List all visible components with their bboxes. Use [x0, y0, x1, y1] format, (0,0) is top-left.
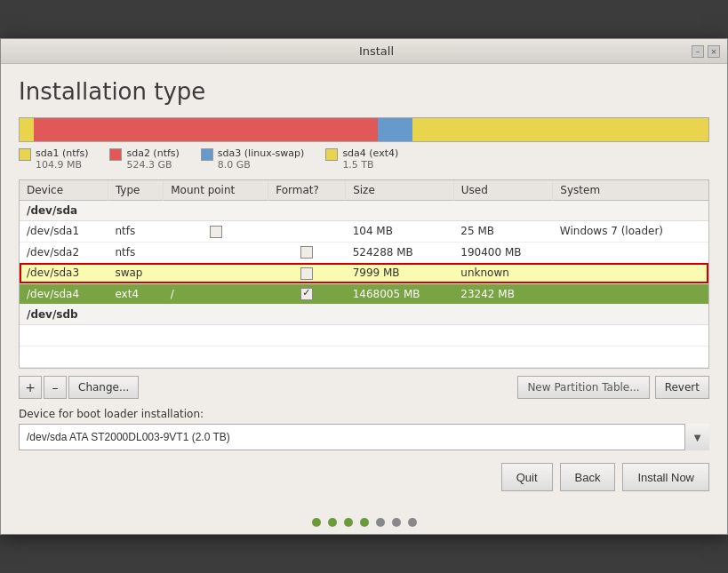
partition-bar	[19, 117, 709, 142]
col-header-device: Device	[20, 180, 108, 201]
partition-segment-sda4	[412, 118, 708, 141]
window-controls: – ×	[692, 45, 720, 58]
bottom-controls: + – Change... New Partition Table... Rev…	[19, 376, 709, 399]
dot-1	[312, 518, 321, 527]
col-header-used: Used	[453, 180, 553, 201]
legend-sda4: sda4 (ext4) 1.5 TB	[325, 147, 398, 171]
add-partition-button[interactable]: +	[19, 376, 42, 399]
dot-indicators	[1, 505, 727, 534]
minimize-button[interactable]: –	[692, 45, 704, 58]
main-window: Install – × Installation type sda1 (ntfs…	[0, 38, 728, 535]
titlebar: Install – ×	[1, 39, 727, 64]
legend-color-sda1	[19, 148, 31, 161]
partition-segment-sda2	[34, 118, 379, 141]
bootloader-select-wrapper: /dev/sda ATA ST2000DL003-9VT1 (2.0 TB) ▼	[19, 424, 709, 450]
col-header-mount: Mount point	[164, 180, 268, 201]
col-header-type: Type	[108, 180, 163, 201]
change-partition-button[interactable]: Change...	[68, 376, 139, 399]
partition-legend: sda1 (ntfs) 104.9 MB sda2 (ntfs) 524.3 G…	[19, 147, 709, 171]
window-title: Install	[61, 44, 692, 58]
table-row[interactable]: /dev/sda	[20, 201, 708, 221]
action-buttons: Quit Back Install Now	[19, 463, 709, 491]
col-header-system: System	[553, 180, 708, 201]
legend-color-sda2	[109, 148, 122, 161]
table-row[interactable]: /dev/sdb	[20, 305, 708, 325]
legend-color-sda3	[201, 148, 213, 161]
table-row[interactable]: /dev/sda2 ntfs 524288 MB 190400 MB	[20, 242, 708, 263]
format-checkbox-sda4[interactable]	[300, 288, 313, 300]
remove-partition-button[interactable]: –	[44, 376, 67, 399]
page-title: Installation type	[19, 78, 709, 105]
table-row[interactable]: /dev/sda1 ntfs 104 MB 25 MB Windows 7 (l…	[20, 221, 708, 243]
legend-color-sda4	[325, 148, 338, 161]
table-row-sda4[interactable]: /dev/sda4 ext4 / 1468005 MB 23242 MB	[20, 283, 708, 305]
col-header-format: Format?	[268, 180, 346, 201]
right-buttons: New Partition Table... Revert	[517, 376, 709, 399]
format-checkbox-sda3[interactable]	[300, 267, 313, 280]
col-header-size: Size	[346, 180, 454, 201]
legend-sda3: sda3 (linux-swap) 8.0 GB	[201, 147, 305, 171]
table-row-empty	[20, 325, 708, 346]
format-checkbox-sda2[interactable]	[300, 246, 313, 259]
dot-5	[376, 518, 385, 527]
legend-sda2: sda2 (ntfs) 524.3 GB	[109, 147, 179, 171]
partition-table: Device Type Mount point Format? Size Use…	[20, 180, 708, 368]
back-button[interactable]: Back	[560, 463, 616, 491]
partition-table-wrapper: Device Type Mount point Format? Size Use…	[19, 179, 709, 369]
close-button[interactable]: ×	[708, 45, 720, 58]
partition-bar-container: sda1 (ntfs) 104.9 MB sda2 (ntfs) 524.3 G…	[19, 117, 709, 171]
table-row-sda3[interactable]: /dev/sda3 swap 7999 MB unknown	[20, 263, 708, 284]
partition-segment-sda1	[20, 118, 34, 141]
new-partition-table-button[interactable]: New Partition Table...	[517, 376, 649, 399]
install-now-button[interactable]: Install Now	[622, 463, 709, 491]
bootloader-label: Device for boot loader installation:	[19, 408, 709, 420]
dot-6	[392, 518, 401, 527]
dot-3	[344, 518, 353, 527]
format-checkbox-sda1[interactable]	[210, 226, 222, 238]
partition-segment-sda3	[378, 118, 412, 141]
quit-button[interactable]: Quit	[501, 463, 553, 491]
content-area: Installation type sda1 (ntfs) 104.9 MB	[1, 64, 727, 505]
revert-button[interactable]: Revert	[655, 376, 709, 399]
table-row-empty2	[20, 346, 708, 368]
legend-sda1: sda1 (ntfs) 104.9 MB	[19, 147, 88, 171]
dot-7	[408, 518, 417, 527]
left-buttons: + – Change...	[19, 376, 139, 399]
dot-4	[360, 518, 369, 527]
dot-2	[328, 518, 337, 527]
bootloader-select[interactable]: /dev/sda ATA ST2000DL003-9VT1 (2.0 TB)	[19, 424, 709, 450]
